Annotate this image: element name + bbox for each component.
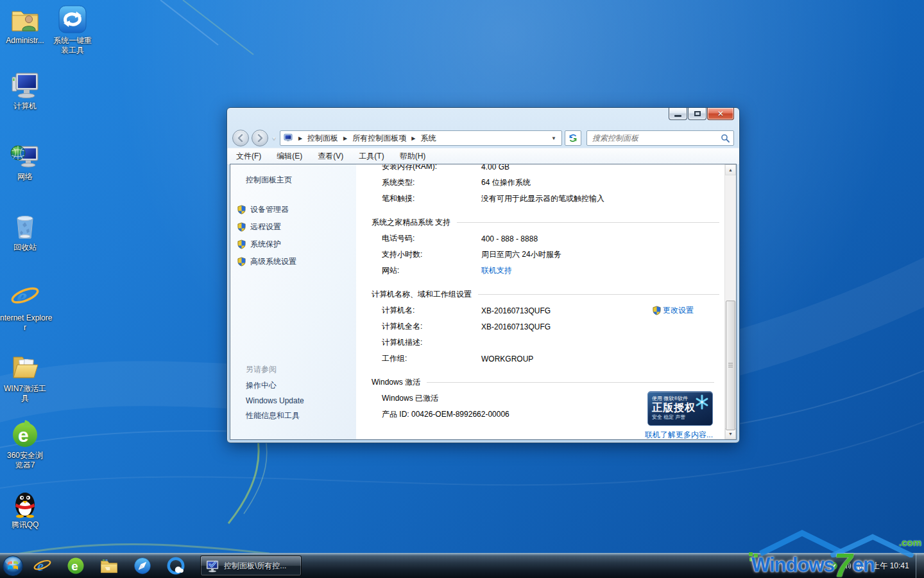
activation-section-title: Windows 激活: [372, 377, 420, 388]
system-control-panel-window: ✕ ▼ ▶ 控制面板 ▶ 所有控制面板项 ▶ 系统 ▼: [227, 107, 740, 443]
maximize-icon: [694, 111, 701, 116]
menu-edit[interactable]: 编辑(E): [277, 151, 302, 162]
internet-explorer-icon: e: [10, 281, 40, 312]
desktop-icon-360-browser[interactable]: e 360安全浏览器7: [0, 419, 53, 470]
uac-shield-icon: [237, 205, 246, 215]
sidebar-item-windows-update[interactable]: Windows Update: [230, 394, 356, 408]
desktop-icon-recycle-bin[interactable]: 回收站: [0, 211, 53, 252]
computer-name-row: 计算机名: XB-20160713QUFG 更改设置: [372, 302, 724, 319]
support-hours-row: 支持小时数: 周日至周六 24小时服务: [372, 247, 724, 263]
close-button[interactable]: ✕: [707, 108, 734, 120]
genuine-software-badge[interactable]: 使用 微软®软件 正版授权 安全 稳定 声誉: [647, 391, 713, 426]
phone-label: 电话号码:: [382, 233, 481, 244]
sidebar-item-performance-tools[interactable]: 性能信息和工具: [230, 408, 356, 424]
network-tray-icon[interactable]: [853, 562, 866, 570]
sidebar-item-system-protection[interactable]: 系统保护: [230, 236, 356, 253]
workgroup-label: 工作组:: [382, 353, 481, 364]
support-section-header: 系统之家精品系统 支持: [372, 217, 719, 228]
taskbar-360-browser[interactable]: e: [59, 554, 92, 578]
menu-file[interactable]: 文件(F): [236, 151, 261, 162]
breadcrumb-arrow-icon: ▶: [298, 136, 302, 141]
desktop-icon-tencent-qq[interactable]: 腾讯QQ: [0, 488, 53, 530]
refresh-button[interactable]: [565, 130, 581, 146]
taskbar-compass-browser[interactable]: [126, 554, 159, 578]
maximize-button[interactable]: [688, 108, 706, 120]
section-divider: [478, 294, 719, 295]
taskbar-qq-browser[interactable]: [159, 554, 193, 578]
recent-pages-chevron-icon[interactable]: ▼: [271, 136, 277, 141]
back-arrow-icon: [237, 134, 244, 142]
address-dropdown-icon[interactable]: ▼: [549, 136, 559, 141]
taskbar-windows-explorer[interactable]: [92, 554, 126, 578]
volume-icon[interactable]: [840, 562, 853, 570]
back-button[interactable]: [232, 130, 249, 146]
green-check-icon: [829, 561, 838, 570]
taskbar-active-window-button[interactable]: 控制面板\所有控...: [200, 556, 302, 576]
desktop-icon-win7-activation[interactable]: WIN7激活工具: [0, 352, 53, 403]
scrollbar-track[interactable]: [725, 175, 736, 428]
minimize-button[interactable]: [669, 108, 687, 120]
desktop-icon-label: 腾讯QQ: [0, 520, 53, 530]
360-browser-icon: e: [10, 419, 40, 450]
change-settings-link[interactable]: 更改设置: [652, 305, 694, 316]
qq-penguin-icon: [10, 488, 40, 519]
window-titlebar[interactable]: ✕: [227, 108, 739, 128]
qq-browser-icon: [166, 556, 185, 575]
section-divider: [457, 222, 719, 223]
scroll-up-button[interactable]: ▲: [725, 164, 736, 175]
forward-button[interactable]: [252, 130, 268, 146]
pen-touch-row: 笔和触摸: 没有可用于此显示器的笔或触控输入: [372, 191, 724, 207]
sidebar-item-control-panel-home[interactable]: 控制面板主页: [246, 175, 356, 186]
svg-text:e: e: [71, 559, 78, 573]
address-bar[interactable]: ▶ 控制面板 ▶ 所有控制面板项 ▶ 系统 ▼: [280, 130, 562, 146]
menu-help[interactable]: 帮助(H): [400, 151, 426, 162]
genuine-sparkle-icon: [694, 394, 710, 410]
sidebar-item-advanced-settings[interactable]: 高级系统设置: [230, 253, 356, 270]
hidden-icons-button[interactable]: [814, 563, 827, 568]
desktop-icon-network[interactable]: 网络: [0, 140, 53, 182]
computer-name-value: XB-20160713QUFG: [481, 306, 551, 315]
support-section-title: 系统之家精品系统 支持: [372, 217, 450, 228]
phone-value: 400 - 888 - 8888: [481, 234, 538, 243]
sidebar-item-label: 远程设置: [250, 222, 281, 232]
watermark-dotcom: .com: [899, 537, 921, 548]
sidebar-item-device-manager[interactable]: 设备管理器: [230, 201, 356, 218]
close-icon: ✕: [717, 110, 724, 118]
desktop-icon-label: Internet Explorer: [0, 313, 53, 333]
taskbar-internet-explorer[interactable]: e: [26, 554, 59, 578]
search-icon: [721, 134, 730, 143]
search-input[interactable]: [591, 133, 721, 143]
system-type-value: 64 位操作系统: [481, 177, 531, 188]
change-settings-label: 更改设置: [663, 305, 694, 316]
scrollbar-thumb[interactable]: [726, 301, 735, 430]
sidebar-item-remote-settings[interactable]: 远程设置: [230, 218, 356, 236]
breadcrumb-all-items[interactable]: 所有控制面板项: [352, 133, 406, 144]
compass-browser-icon: [133, 556, 152, 575]
desktop-icon-internet-explorer[interactable]: e Internet Explorer: [0, 281, 53, 333]
system-type-label: 系统类型:: [382, 177, 481, 188]
sidebar-item-action-center[interactable]: 操作中心: [230, 378, 356, 394]
pen-touch-value: 没有可用于此显示器的笔或触控输入: [481, 193, 604, 204]
system-tray: 上午 10:41: [814, 554, 924, 578]
start-button[interactable]: [0, 554, 26, 578]
action-center-icon[interactable]: [827, 561, 840, 570]
menu-tools[interactable]: 工具(T): [359, 151, 384, 162]
computer-description-row: 计算机描述:: [372, 335, 724, 351]
desktop-icon-reinstall-tool[interactable]: 系统一键重装工具: [45, 4, 100, 55]
section-divider: [427, 382, 714, 383]
desktop-icon-computer[interactable]: 计算机: [0, 69, 53, 111]
breadcrumb-control-panel[interactable]: 控制面板: [307, 133, 338, 144]
online-support-link[interactable]: 联机支持: [481, 265, 512, 276]
taskbar-clock[interactable]: 上午 10:41: [866, 561, 916, 572]
folder-icon: [99, 556, 119, 575]
search-box[interactable]: [586, 130, 734, 146]
menu-view[interactable]: 查看(V): [318, 151, 343, 162]
computer-fullname-value: XB-20160713QUFG: [481, 322, 551, 331]
show-desktop-button[interactable]: [916, 554, 924, 578]
svg-text:e: e: [17, 284, 27, 310]
learn-more-online-link[interactable]: 联机了解更多内容...: [645, 430, 713, 439]
computer-name-section-header: 计算机名称、域和工作组设置: [372, 289, 719, 300]
support-hours-label: 支持小时数:: [382, 249, 481, 260]
breadcrumb-system[interactable]: 系统: [420, 133, 436, 144]
vertical-scrollbar[interactable]: ▲ ▼: [724, 164, 736, 439]
